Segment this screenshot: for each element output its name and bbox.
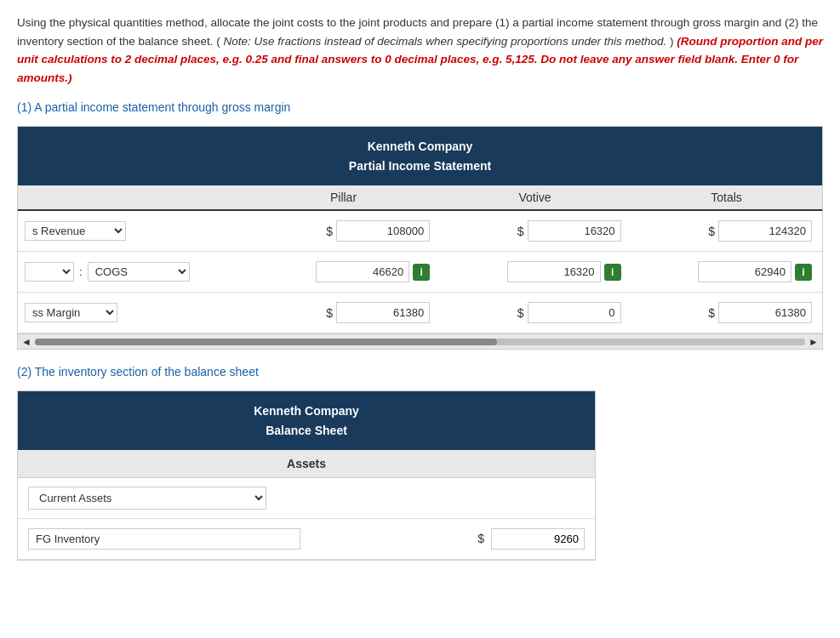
revenue-totals-cell: $ [628, 220, 819, 242]
scroll-thumb [35, 339, 497, 345]
cogs-votive-cell: i [437, 261, 627, 282]
scroll-left-arrow[interactable]: ◄ [21, 336, 31, 348]
current-assets-select[interactable]: Current Assets Fixed Assets Other Assets [28, 487, 266, 510]
margin-totals-cell: $ [628, 302, 819, 323]
col-header-totals: Totals [631, 191, 822, 204]
income-row-revenue: s Revenue Sales Revenue Revenue $ $ $ [18, 211, 822, 252]
fg-inventory-value-input[interactable] [491, 528, 585, 550]
cogs-pillar-info-btn[interactable]: i [413, 264, 430, 281]
revenue-votive-cell: $ [437, 220, 627, 242]
fg-dollar-sign: $ [477, 532, 484, 545]
cogs-totals-input[interactable] [698, 261, 791, 282]
revenue-label-cell: s Revenue Sales Revenue Revenue [21, 221, 246, 241]
income-header-line1: Kenneth Company [25, 137, 815, 156]
horizontal-scrollbar[interactable]: ◄ ► [18, 333, 822, 349]
revenue-votive-input[interactable] [528, 220, 621, 242]
balance-header-line2: Balance Sheet [25, 421, 588, 440]
cogs-pillar-input[interactable] [316, 261, 409, 282]
cogs-pillar-cell: i [246, 261, 437, 282]
section2-heading: (2) The inventory section of the balance… [17, 365, 823, 379]
cogs-totals-info-btn[interactable]: i [795, 264, 812, 281]
income-header-line2: Partial Income Statement [25, 157, 815, 175]
margin-pillar-dollar: $ [326, 306, 333, 320]
margin-votive-dollar: $ [517, 306, 524, 320]
intro-text-part2: ) [670, 35, 677, 48]
income-row-margin: ss Margin Gross Margin Gross Profit $ $ … [18, 293, 822, 333]
revenue-votive-dollar: $ [517, 225, 524, 238]
revenue-pillar-input[interactable] [336, 220, 430, 242]
revenue-totals-input[interactable] [718, 220, 812, 242]
revenue-pillar-cell: $ [246, 220, 437, 242]
income-statement-table: Kenneth Company Partial Income Statement… [17, 126, 823, 350]
income-col-headers: Pillar Votive Totals [18, 185, 822, 211]
income-table-header: Kenneth Company Partial Income Statement [18, 127, 822, 185]
current-assets-row: Current Assets Fixed Assets Other Assets [18, 478, 595, 519]
fg-inventory-row: $ [18, 519, 595, 560]
margin-pillar-input[interactable] [336, 302, 430, 323]
revenue-totals-dollar: $ [708, 225, 715, 238]
scroll-track[interactable] [35, 339, 805, 345]
revenue-label-select[interactable]: s Revenue Sales Revenue Revenue [25, 221, 126, 241]
margin-label-cell: ss Margin Gross Margin Gross Profit [21, 303, 246, 322]
margin-votive-cell: $ [437, 302, 627, 323]
cogs-label-select[interactable]: COGS Cost of Goods Sold [88, 262, 190, 282]
cogs-label-cell: Less : COGS Cost of Goods Sold [21, 262, 246, 282]
cogs-votive-info-btn[interactable]: i [604, 264, 621, 281]
section1-heading: (1) A partial income statement through g… [17, 100, 823, 114]
intro-note: Note: Use fractions instead of decimals … [223, 35, 666, 48]
col-header-empty [18, 191, 248, 204]
assets-label-row: Assets [18, 450, 595, 478]
cogs-votive-input[interactable] [507, 261, 601, 282]
income-row-cogs: Less : COGS Cost of Goods Sold i i i [18, 252, 822, 293]
intro-text: Using the physical quantities method, al… [17, 14, 823, 87]
margin-votive-input[interactable] [528, 302, 621, 323]
cogs-prefix-select[interactable]: Less [25, 262, 74, 282]
margin-totals-dollar: $ [708, 306, 715, 320]
scroll-right-arrow[interactable]: ► [809, 336, 819, 348]
col-header-pillar: Pillar [248, 191, 439, 204]
cogs-colon: : [79, 265, 83, 278]
revenue-pillar-dollar: $ [326, 225, 333, 238]
fg-inventory-label-input[interactable] [28, 528, 300, 550]
balance-header: Kenneth Company Balance Sheet [18, 391, 595, 450]
margin-label-select[interactable]: ss Margin Gross Margin Gross Profit [25, 303, 117, 322]
margin-pillar-cell: $ [246, 302, 437, 323]
balance-header-line1: Kenneth Company [25, 402, 588, 420]
balance-sheet-table: Kenneth Company Balance Sheet Assets Cur… [17, 390, 596, 561]
margin-totals-input[interactable] [718, 302, 812, 323]
cogs-totals-cell: i [628, 261, 819, 282]
col-header-votive: Votive [439, 191, 631, 204]
